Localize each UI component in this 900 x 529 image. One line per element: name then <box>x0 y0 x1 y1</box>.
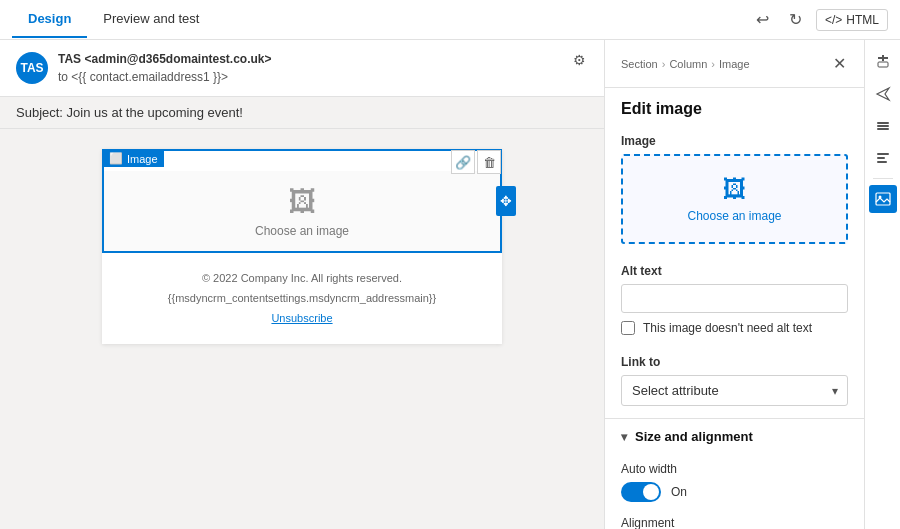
breadcrumb-image: Image <box>719 58 750 70</box>
email-meta: TAS <admin@d365domaintest.co.uk> to <{{ … <box>58 50 272 86</box>
top-bar-actions: ↩ ↻ </> HTML <box>750 6 888 33</box>
email-settings-button[interactable]: ⚙ <box>571 50 588 70</box>
subject-prefix: Subject: <box>16 105 63 120</box>
image-placeholder-text: Choose an image <box>255 224 349 238</box>
alt-text-section: Alt text This image doesn't need alt tex… <box>605 256 864 347</box>
redo-button[interactable]: ↻ <box>783 6 808 33</box>
email-subject: Subject: Join us at the upcoming event! <box>0 97 604 129</box>
toolbar-navigate-button[interactable] <box>869 80 897 108</box>
avatar: TAS <box>16 52 48 84</box>
panel-title: Edit image <box>605 88 864 126</box>
alt-text-input[interactable] <box>621 284 848 313</box>
right-panel-header: Section › Column › Image ✕ <box>605 40 864 88</box>
no-alt-label: This image doesn't need alt text <box>643 321 812 335</box>
toolbar-layers-button[interactable] <box>869 112 897 140</box>
auto-width-toggle-row: On <box>621 482 848 502</box>
html-button[interactable]: </> HTML <box>816 9 888 31</box>
svg-rect-9 <box>876 193 890 205</box>
toolbar-content-button[interactable] <box>869 144 897 172</box>
image-upload-section: Image 🖼 Choose an image <box>605 126 864 256</box>
link-to-select[interactable]: Select attribute <box>621 375 848 406</box>
link-to-label: Link to <box>621 355 848 369</box>
toolbar-add-button[interactable] <box>869 48 897 76</box>
close-panel-button[interactable]: ✕ <box>831 52 848 75</box>
size-alignment-section: Auto width On Alignment ⬛ ⬛ ⬛ <box>605 454 864 529</box>
far-right-toolbar <box>864 40 900 529</box>
svg-rect-1 <box>882 55 884 61</box>
top-tabs: Design Preview and test <box>12 1 215 38</box>
breadcrumb-sep-1: › <box>662 58 666 70</box>
add-icon <box>875 54 891 70</box>
toolbar-divider <box>873 178 893 179</box>
size-alignment-header[interactable]: ▾ Size and alignment <box>605 418 864 454</box>
content-icon <box>875 150 891 166</box>
auto-width-label: Auto width <box>621 462 848 476</box>
image-block-label: ⬜ Image <box>103 150 164 167</box>
svg-rect-8 <box>877 161 887 163</box>
html-label: HTML <box>846 13 879 27</box>
unsubscribe-link[interactable]: Unsubscribe <box>271 312 332 324</box>
toggle-on-label: On <box>671 485 687 499</box>
subject-text: Join us at the upcoming event! <box>67 105 243 120</box>
svg-rect-2 <box>878 62 888 67</box>
no-alt-checkbox[interactable] <box>621 321 635 335</box>
email-header-left: TAS TAS <admin@d365domaintest.co.uk> to … <box>16 50 272 86</box>
undo-button[interactable]: ↩ <box>750 6 775 33</box>
breadcrumb-section: Section <box>621 58 658 70</box>
from-name: TAS <box>58 52 81 66</box>
left-panel: TAS TAS <admin@d365domaintest.co.uk> to … <box>0 40 604 529</box>
alt-text-label: Alt text <box>621 264 848 278</box>
image-placeholder-icon: 🖼 <box>288 185 316 218</box>
drag-handle[interactable]: ✥ <box>496 186 516 216</box>
code-icon: </> <box>825 13 842 27</box>
to-line: to <{{ contact.emailaddress1 }}> <box>58 68 272 86</box>
email-footer: © 2022 Company Inc. All rights reserved.… <box>102 253 502 344</box>
toggle-knob <box>643 484 659 500</box>
svg-rect-4 <box>877 125 889 127</box>
copyright-text: © 2022 Company Inc. All rights reserved. <box>118 269 486 289</box>
breadcrumb-column: Column <box>669 58 707 70</box>
image-upload-icon: 🖼 <box>723 175 747 203</box>
link-to-section: Link to Select attribute ▾ <box>605 347 864 418</box>
breadcrumb: Section › Column › Image <box>621 58 750 70</box>
email-header: TAS TAS <admin@d365domaintest.co.uk> to … <box>0 40 604 97</box>
no-alt-row: This image doesn't need alt text <box>621 321 848 335</box>
image-section-label: Image <box>621 134 848 148</box>
size-alignment-label: Size and alignment <box>635 429 753 444</box>
from-email: <admin@d365domaintest.co.uk> <box>84 52 271 66</box>
image-link-button[interactable]: 🔗 <box>451 150 475 174</box>
address-token: {{msdyncrm_contentsettings.msdyncrm_addr… <box>118 289 486 309</box>
email-canvas: ⬜ Image 🔗 🗑 🖼 Choose an image ✥ © <box>102 149 502 344</box>
from-line: TAS <admin@d365domaintest.co.uk> <box>58 50 272 68</box>
top-bar: Design Preview and test ↩ ↻ </> HTML <box>0 0 900 40</box>
image-upload-area[interactable]: 🖼 Choose an image <box>621 154 848 244</box>
auto-width-toggle[interactable] <box>621 482 661 502</box>
right-panel: Section › Column › Image ✕ Edit image Im… <box>604 40 864 529</box>
svg-rect-3 <box>877 122 889 124</box>
tab-design[interactable]: Design <box>12 1 87 38</box>
toolbar-image-active-button[interactable] <box>869 185 897 213</box>
layers-icon <box>875 118 891 134</box>
collapse-chevron-icon: ▾ <box>621 430 627 444</box>
tab-preview[interactable]: Preview and test <box>87 1 215 38</box>
svg-rect-5 <box>877 128 889 130</box>
email-body: ⬜ Image 🔗 🗑 🖼 Choose an image ✥ © <box>0 129 604 529</box>
image-placeholder[interactable]: 🖼 Choose an image <box>104 171 500 251</box>
main-area: TAS TAS <admin@d365domaintest.co.uk> to … <box>0 40 900 529</box>
image-block-actions: 🔗 🗑 <box>451 150 501 174</box>
image-label-text: Image <box>127 153 158 165</box>
navigate-icon <box>875 86 891 102</box>
image-upload-text: Choose an image <box>687 209 781 223</box>
image-delete-button[interactable]: 🗑 <box>477 150 501 174</box>
image-icon-small: ⬜ <box>109 152 123 165</box>
image-block-wrapper: ⬜ Image 🔗 🗑 🖼 Choose an image ✥ <box>102 149 502 253</box>
link-to-wrapper: Select attribute ▾ <box>621 375 848 406</box>
image-active-icon <box>875 191 891 207</box>
svg-rect-7 <box>877 157 885 159</box>
breadcrumb-sep-2: › <box>711 58 715 70</box>
svg-rect-6 <box>877 153 889 155</box>
alignment-label: Alignment <box>621 516 848 529</box>
